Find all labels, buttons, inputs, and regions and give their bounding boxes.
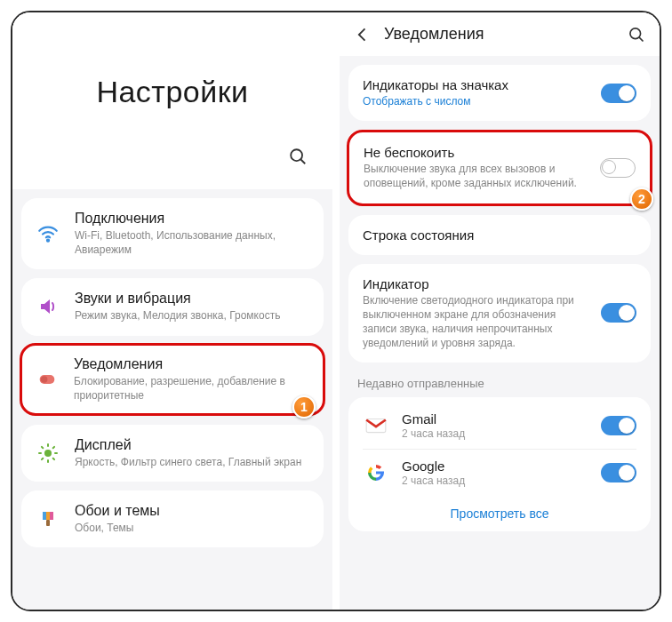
item-title: Индикатор — [363, 276, 590, 291]
svg-line-10 — [42, 447, 43, 448]
item-sub: Яркость, Фильтр синего света, Главный эк… — [75, 455, 309, 469]
app-sub: 2 часа назад — [402, 427, 588, 440]
svg-line-19 — [639, 37, 643, 41]
settings-header: Настройки — [12, 12, 332, 136]
settings-list: Подключения Wi-Fi, Bluetooth, Использова… — [12, 198, 332, 547]
search-icon[interactable] — [628, 26, 645, 44]
settings-item-sounds[interactable]: Звуки и вибрация Режим звука, Мелодия зв… — [21, 278, 324, 335]
notifications-screen: Уведомления Индикаторы на значках Отобра… — [340, 12, 660, 610]
header-title: Уведомления — [384, 25, 615, 44]
settings-item-connections[interactable]: Подключения Wi-Fi, Bluetooth, Использова… — [21, 198, 324, 269]
google-icon — [363, 459, 389, 486]
item-sub: Обои, Темы — [75, 521, 309, 535]
svg-point-4 — [41, 376, 48, 383]
settings-screen: Настройки Подключения Wi-Fi, Bluetooth, … — [12, 12, 332, 610]
dnd-item[interactable]: Не беспокоить Выключение звука для всех … — [347, 130, 652, 205]
recent-apps-group: Gmail 2 часа назад Google 2 часа назад — [348, 397, 651, 531]
svg-rect-15 — [43, 512, 46, 520]
wifi-icon — [36, 221, 60, 246]
speaker-icon — [36, 294, 60, 319]
item-sub: Режим звука, Мелодия звонка, Громкость — [75, 308, 309, 323]
item-sub: Отображать с числом — [363, 94, 590, 108]
badge-indicators-item[interactable]: Индикаторы на значках Отображать с число… — [348, 65, 651, 121]
settings-item-display[interactable]: Дисплей Яркость, Фильтр синего света, Гл… — [21, 425, 324, 482]
toggle-led-indicator[interactable] — [601, 303, 636, 323]
brush-icon — [36, 506, 60, 531]
toggle-google[interactable] — [601, 463, 636, 482]
recent-sent-label: Недавно отправленные — [340, 371, 660, 397]
item-sub: Wi-Fi, Bluetooth, Использование данных, … — [75, 228, 309, 257]
screen-divider — [332, 12, 340, 610]
page-title: Настройки — [12, 75, 332, 109]
app-sub: 2 часа назад — [402, 474, 588, 487]
item-title: Не беспокоить — [364, 145, 589, 160]
back-icon[interactable] — [354, 26, 372, 44]
svg-line-13 — [53, 447, 54, 448]
item-title: Дисплей — [75, 437, 309, 453]
item-title: Обои и темы — [75, 503, 309, 519]
toggle-dnd[interactable] — [600, 158, 636, 178]
item-title: Звуки и вибрация — [75, 291, 309, 307]
app-title: Gmail — [402, 411, 588, 427]
toggle-badge-indicators[interactable] — [601, 84, 636, 103]
item-title: Подключения — [75, 211, 309, 227]
item-sub: Блокирование, разрешение, добавление в п… — [74, 374, 310, 403]
item-sub: Включение светодиодного индикатора при в… — [363, 293, 590, 351]
item-sub: Выключение звука для всех вызовов и опов… — [364, 162, 589, 190]
svg-point-5 — [44, 450, 52, 457]
app-row-google[interactable]: Google 2 часа назад — [348, 450, 651, 496]
svg-line-11 — [53, 459, 54, 459]
settings-item-notifications[interactable]: Уведомления Блокирование, разрешение, до… — [20, 343, 325, 416]
item-title: Строка состояния — [363, 227, 636, 243]
svg-point-18 — [630, 28, 641, 38]
search-icon[interactable] — [288, 147, 308, 170]
notifications-header: Уведомления — [340, 12, 660, 56]
svg-point-2 — [47, 240, 49, 242]
brightness-icon — [36, 441, 60, 466]
app-row-gmail[interactable]: Gmail 2 часа назад — [348, 403, 651, 449]
svg-rect-16 — [50, 512, 53, 520]
svg-line-12 — [42, 459, 43, 459]
item-title: Уведомления — [74, 356, 310, 372]
status-bar-item[interactable]: Строка состояния — [348, 215, 651, 255]
item-title: Индикаторы на значках — [363, 77, 590, 92]
notifications-icon — [35, 367, 60, 392]
svg-line-1 — [300, 159, 305, 163]
view-all-link[interactable]: Просмотреть все — [348, 496, 651, 524]
app-title: Google — [402, 459, 588, 474]
svg-rect-17 — [46, 520, 50, 526]
led-indicator-item[interactable]: Индикатор Включение светодиодного индика… — [348, 264, 651, 363]
search-row — [12, 136, 332, 189]
settings-item-themes[interactable]: Обои и темы Обои, Темы — [21, 490, 324, 547]
step-badge-2: 2 — [630, 187, 653, 211]
gmail-icon — [363, 412, 389, 439]
step-badge-1: 1 — [292, 395, 316, 419]
notifications-list: Индикаторы на значках Отображать с число… — [340, 56, 660, 531]
svg-point-0 — [291, 149, 302, 161]
toggle-gmail[interactable] — [601, 416, 636, 435]
